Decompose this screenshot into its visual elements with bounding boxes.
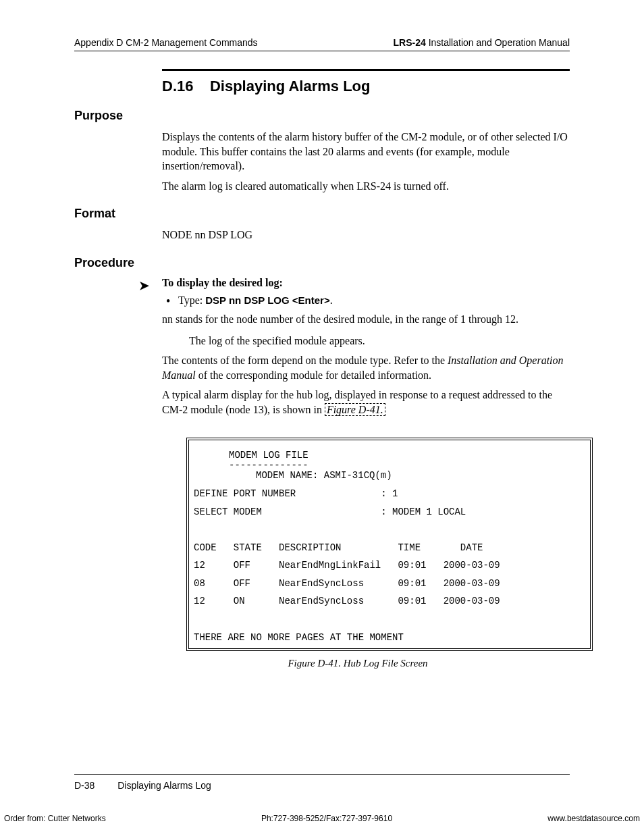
running-header: Appendix D CM-2 Management Commands LRS-… xyxy=(74,37,570,51)
purpose-p1: Displays the contents of the alarm histo… xyxy=(162,130,570,174)
term-row-2: 12 ON NearEndSyncLoss 09:01 2000-03-09 xyxy=(194,592,585,610)
procedure-lead-text: To display the desired log: xyxy=(162,277,283,288)
term-modem-name: MODEM NAME: ASMI-31CQ(m) xyxy=(256,467,585,485)
header-right-rest: Installation and Operation Manual xyxy=(426,37,570,48)
figure-caption: Figure D-41. Hub Log File Screen xyxy=(162,658,554,669)
footer-title: Displaying Alarms Log xyxy=(117,780,211,791)
header-left: Appendix D CM-2 Management Commands xyxy=(74,37,258,48)
term-row-0: 12 OFF NearEndMngLinkFail 09:01 2000-03-… xyxy=(194,556,585,575)
procedure-log-appears: The log of the specified module appears. xyxy=(189,334,570,348)
figure-reference-link[interactable]: Figure D-41. xyxy=(325,403,385,416)
procedure-block: ➤ To display the desired log: Type: DSP … xyxy=(139,277,570,307)
term-blank1 xyxy=(194,521,585,539)
footer-page-number: D-38 xyxy=(74,780,95,791)
term-row-1: 08 OFF NearEndSyncLoss 09:01 2000-03-09 xyxy=(194,575,585,593)
procedure-contents: The contents of the form depend on the m… xyxy=(162,353,570,382)
purpose-p2: The alarm log is cleared automatically w… xyxy=(162,179,570,194)
page: Appendix D CM-2 Management Commands LRS-… xyxy=(0,0,644,834)
purpose-heading: Purpose xyxy=(74,109,570,123)
page-footer: D-38 Displaying Alarms Log xyxy=(74,774,570,791)
format-heading: Format xyxy=(74,207,570,221)
term-define-port: DEFINE PORT NUMBER : 1 xyxy=(194,485,585,503)
procedure-heading: Procedure xyxy=(74,256,570,270)
section-title: D.16 Displaying Alarms Log xyxy=(162,69,570,95)
section-number: D.16 xyxy=(162,78,193,95)
procedure-bullet: Type: DSP nn DSP LOG <Enter>. xyxy=(178,294,570,307)
term-footer-line: THERE ARE NO MORE PAGES AT THE MOMENT xyxy=(194,629,585,647)
header-right-bold: LRS-24 xyxy=(394,37,426,48)
terminal-screenshot: MODEM LOG FILE--------------MODEM NAME: … xyxy=(186,438,593,652)
term-blank2 xyxy=(194,610,585,629)
ef-center: Ph:727-398-5252/Fax:727-397-9610 xyxy=(261,814,392,823)
bullet-prefix: Type: xyxy=(178,294,205,306)
bullet-suffix: . xyxy=(330,294,333,306)
contents-b: of the corresponding module for detailed… xyxy=(196,369,431,381)
ef-left: Order from: Cutter Networks xyxy=(4,814,106,823)
ef-right: www.bestdatasource.com xyxy=(547,814,640,823)
bullet-command: DSP nn DSP LOG <Enter> xyxy=(205,294,330,306)
term-select-modem: SELECT MODEM : MODEM 1 LOCAL xyxy=(194,503,585,521)
extreme-footer: Order from: Cutter Networks Ph:727-398-5… xyxy=(0,814,644,823)
contents-a: The contents of the form depend on the m… xyxy=(162,355,448,366)
section-name: Displaying Alarms Log xyxy=(210,78,371,95)
procedure-nn: nn stands for the node number of the des… xyxy=(162,312,570,327)
header-right: LRS-24 Installation and Operation Manual xyxy=(394,37,570,48)
format-text: NODE nn DSP LOG xyxy=(162,228,570,242)
term-header-row: CODE STATE DESCRIPTION TIME DATE xyxy=(194,539,585,557)
arrow-icon: ➤ xyxy=(139,278,149,293)
procedure-lead: ➤ To display the desired log: xyxy=(162,277,570,289)
procedure-typical: A typical alarm display for the hub log,… xyxy=(162,388,570,417)
